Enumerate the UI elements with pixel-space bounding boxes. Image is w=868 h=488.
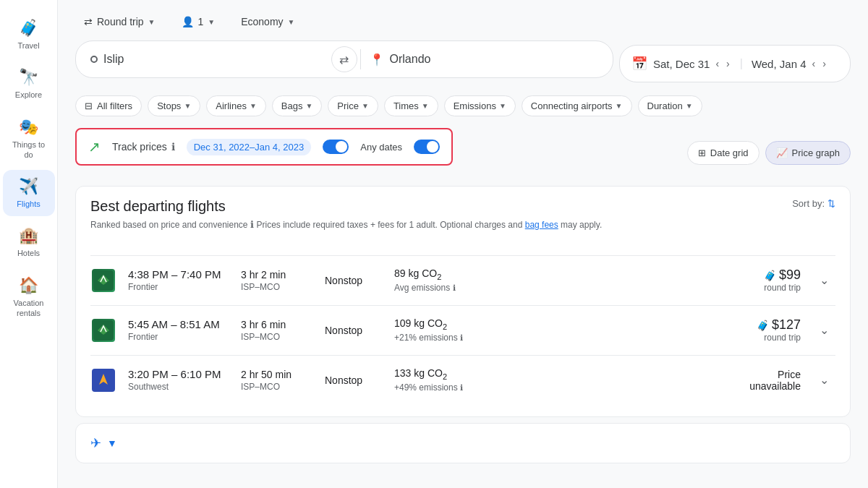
calendar-icon: 📅 <box>631 56 647 72</box>
track-prices-info-icon[interactable]: ℹ <box>171 141 175 153</box>
flight-row-2[interactable]: 5:45 AM – 8:51 AM Frontier 3 hr 6 min IS… <box>90 305 835 355</box>
trip-type-arrow: ▼ <box>148 18 156 26</box>
subtitle-ranked: Ranked based on price and convenience <box>90 220 248 230</box>
depart-time-3: 3:20 PM <box>128 368 169 380</box>
sidebar-item-travel[interactable]: 🧳 Travel <box>3 12 55 58</box>
origin-input[interactable] <box>103 53 320 66</box>
flight-emissions-2: 109 kg CO2 +21% emissions ℹ <box>394 317 717 343</box>
price-arrow: ▼ <box>362 102 369 110</box>
swap-icon: ⇄ <box>84 16 93 27</box>
sidebar-item-explore[interactable]: 🔭 Explore <box>3 61 55 107</box>
track-prices-text: Track prices <box>112 141 167 153</box>
destination-input[interactable] <box>390 53 599 66</box>
trip-type-button[interactable]: ⇄ Round trip ▼ <box>75 12 164 32</box>
emissions-kg-1: 89 <box>394 267 406 279</box>
origin-field[interactable] <box>82 53 328 66</box>
flight-row[interactable]: 4:38 PM – 7:40 PM Frontier 3 hr 2 min IS… <box>90 255 835 305</box>
sort-icon[interactable]: ⇅ <box>827 198 835 209</box>
emissions-filter-button[interactable]: Emissions ▼ <box>444 95 516 116</box>
sidebar-item-hotels[interactable]: 🏨 Hotels <box>3 219 55 265</box>
sidebar-label-vacation: Vacation rentals <box>9 298 49 319</box>
bags-arrow: ▼ <box>305 102 312 110</box>
bag-icon-2: 🧳 <box>757 320 769 331</box>
destination-field[interactable]: 📍 <box>361 53 608 67</box>
sort-by-control[interactable]: Sort by: ⇅ <box>792 198 835 209</box>
emissions-info-icon-1[interactable]: ℹ <box>453 283 456 292</box>
price-graph-label: Price graph <box>792 147 840 158</box>
date-grid-button[interactable]: ⊞ Date grid <box>687 141 760 165</box>
route-info-1: ISP–MCO <box>241 282 313 292</box>
depart-date-prev[interactable]: ‹ <box>714 56 720 71</box>
emissions-label-text-3: +49% emissions <box>394 382 458 393</box>
price-amount-2: $127 <box>772 317 801 333</box>
flight-time-range-3: 3:20 PM – 6:10 PM <box>128 368 229 380</box>
emissions-label: Emissions <box>454 100 496 111</box>
emissions-value-1: 89 kg CO2 <box>394 267 717 281</box>
depart-date-field[interactable]: Sat, Dec 31 ‹ › <box>653 56 731 71</box>
sidebar-item-vacation[interactable]: 🏠 Vacation rentals <box>3 269 55 326</box>
track-prices-date-toggle[interactable] <box>323 140 349 154</box>
return-date-next[interactable]: › <box>821 56 827 71</box>
depart-time-2: 5:45 AM <box>128 318 168 330</box>
arrive-time-2: 8:51 AM <box>180 318 220 330</box>
flight-times-2: 5:45 AM – 8:51 AM Frontier <box>128 318 229 342</box>
flights-header-row: Best departing flights Ranked based on p… <box>90 198 835 244</box>
airline-name-1: Frontier <box>128 282 229 292</box>
return-date-field[interactable]: Wed, Jan 4 ‹ › <box>752 56 827 71</box>
view-buttons: ⊞ Date grid 📈 Price graph <box>687 141 851 165</box>
route-info-3: ISP–MCO <box>241 382 313 392</box>
return-date-prev[interactable]: ‹ <box>811 56 817 71</box>
bag-icon-1: 🧳 <box>764 270 776 281</box>
price-graph-button[interactable]: 📈 Price graph <box>765 141 851 165</box>
airline-logo-southwest <box>90 367 116 393</box>
any-dates-label: Any dates <box>360 142 402 153</box>
all-filters-button[interactable]: ⊟ All filters <box>75 95 142 116</box>
time-dash-3: – <box>171 368 181 380</box>
arrive-time-3: 6:10 PM <box>181 368 221 380</box>
date-separator: | <box>740 57 743 70</box>
expand-button-2[interactable]: ⌄ <box>812 319 835 342</box>
times-filter-button[interactable]: Times ▼ <box>384 95 438 116</box>
price-filter-button[interactable]: Price ▼ <box>328 95 378 116</box>
sidebar-item-flights[interactable]: ✈️ Flights <box>3 170 55 216</box>
stops-filter-button[interactable]: Stops ▼ <box>148 95 200 116</box>
time-dash-2: – <box>171 318 180 330</box>
origin-circle-icon <box>90 56 98 63</box>
top-bar: ⇄ Round trip ▼ 👤 1 ▼ Economy ▼ <box>75 12 851 32</box>
airline-name-2: Frontier <box>128 332 229 342</box>
depart-date-next[interactable]: › <box>725 56 731 71</box>
duration-label: Duration <box>647 100 683 111</box>
flight-row-3[interactable]: 3:20 PM – 6:10 PM Southwest 2 hr 50 min … <box>90 355 835 405</box>
bag-fees-link[interactable]: bag fees <box>525 220 558 230</box>
sidebar-label-explore: Explore <box>15 90 42 100</box>
best-flights-title: Best departing flights <box>90 198 792 215</box>
times-arrow: ▼ <box>422 102 429 110</box>
sidebar-item-things[interactable]: 🎭 Things to do <box>3 111 55 168</box>
connecting-airports-filter-button[interactable]: Connecting airports ▼ <box>522 95 632 116</box>
flight-stops-1: Nonstop <box>325 275 383 286</box>
explore-icon: 🔭 <box>19 68 38 87</box>
times-label: Times <box>393 100 419 111</box>
swap-button[interactable]: ⇄ <box>331 46 357 72</box>
bags-filter-button[interactable]: Bags ▼ <box>272 95 323 116</box>
flight-price-2: 🧳 $127 round trip <box>728 317 801 343</box>
travel-icon: 🧳 <box>19 19 38 38</box>
expand-button-3[interactable]: ⌄ <box>812 369 835 392</box>
duration-value-1: 3 hr 2 min <box>241 269 313 281</box>
flight-duration-2: 3 hr 6 min ISP–MCO <box>241 319 313 342</box>
price-unavailable-3: Priceunavailable <box>728 369 801 392</box>
passengers-button[interactable]: 👤 1 ▼ <box>173 12 224 32</box>
duration-filter-button[interactable]: Duration ▼ <box>638 95 702 116</box>
emissions-info-icon-2[interactable]: ℹ <box>460 333 463 342</box>
flight-stops-3: Nonstop <box>325 374 383 386</box>
passengers-arrow: ▼ <box>208 18 215 26</box>
expand-button-1[interactable]: ⌄ <box>812 269 835 292</box>
airlines-filter-button[interactable]: Airlines ▼ <box>206 95 266 116</box>
more-flights-icon: ✈ <box>90 435 101 451</box>
airline-logo-frontier-1 <box>90 267 116 294</box>
best-flights-section: Best departing flights Ranked based on p… <box>75 186 851 417</box>
cabin-class-button[interactable]: Economy ▼ <box>232 12 303 32</box>
sidebar-label-flights: Flights <box>17 199 40 209</box>
emissions-info-icon-3[interactable]: ℹ <box>460 383 463 392</box>
any-dates-toggle[interactable] <box>414 140 440 154</box>
